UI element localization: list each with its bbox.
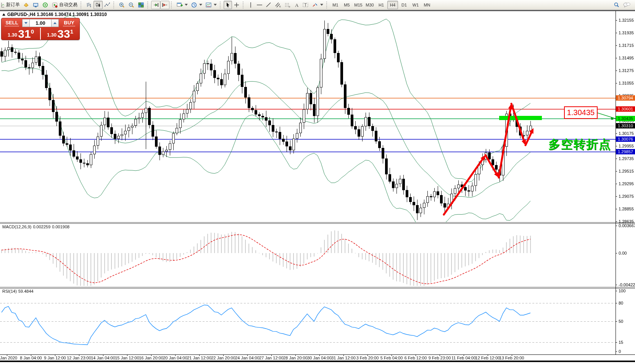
fibonacci-icon: F (284, 2, 291, 8)
chart-title-text: GBPUSD-,H4 1.30146 1.30474 1.30091 1.303… (7, 12, 107, 17)
trendline-icon (266, 2, 272, 8)
chart-shift-button[interactable] (160, 1, 169, 9)
sell-price[interactable]: 1.30310 (2, 28, 41, 40)
timeframe-mn[interactable]: MN (422, 1, 432, 9)
collapse-panel-icon[interactable] (2, 13, 5, 16)
buy-price[interactable]: 1.30331 (41, 28, 79, 40)
market-button[interactable] (21, 1, 31, 9)
new-chart-button[interactable] (175, 1, 189, 9)
level-price-chip: 1.30794 (616, 95, 635, 101)
timeframe-h1[interactable]: H1 (376, 1, 387, 9)
autotrading-icon (52, 2, 58, 8)
volume-increase-button[interactable] (51, 19, 59, 27)
label-tool-button[interactable]: T (301, 1, 310, 9)
periods-button[interactable] (189, 1, 204, 9)
chart-sliver-icon[interactable] (1, 1, 5, 9)
community-icon (42, 2, 48, 8)
chart-title: GBPUSD-,H4 1.30146 1.30474 1.30091 1.303… (2, 12, 107, 17)
arrows-tool-button[interactable] (310, 1, 325, 9)
time-label: 22 Jan 20:00 (211, 356, 235, 360)
zoom-out-button[interactable] (127, 1, 136, 9)
auto-scroll-icon (153, 2, 159, 8)
timeframe-h4[interactable]: H4 (387, 1, 398, 9)
time-label: 6 Feb 12:00 (405, 356, 427, 360)
cursor-tool-button[interactable] (224, 1, 232, 9)
vertical-line-icon (248, 2, 253, 8)
community-button[interactable] (40, 1, 50, 9)
sell-button[interactable]: SELL (2, 18, 22, 28)
crosshair-icon (234, 2, 240, 8)
level-price-chip: 1.30076 (616, 136, 635, 142)
tile-windows-button[interactable] (136, 1, 146, 9)
volume-decrease-button[interactable] (22, 19, 30, 27)
chat-button[interactable] (621, 1, 632, 9)
chart-canvas[interactable] (0, 10, 635, 361)
chinese-annotation[interactable]: 多空转折点 (548, 136, 611, 152)
buy-button[interactable]: BUY (59, 18, 79, 28)
rsi-tick: 50 (619, 319, 623, 324)
price-callout-box[interactable]: 1.30435 (564, 106, 598, 119)
fibonacci-tool-button[interactable]: F (283, 1, 292, 9)
crosshair-tool-button[interactable] (232, 1, 241, 9)
horizontal-line-tool-button[interactable] (255, 1, 264, 9)
chart-shift-icon (162, 2, 168, 8)
last-price-chip: 1.30310 (616, 123, 635, 128)
time-label: 24 Jan 04:00 (235, 356, 259, 360)
time-label: 31 Jan 12:00 (331, 356, 356, 360)
templates-button[interactable] (204, 1, 218, 9)
sell-label: SELL (5, 20, 19, 26)
bar-chart-button[interactable] (84, 1, 93, 9)
candlestick-chart-button[interactable] (93, 1, 103, 9)
volume-field-wrap (30, 19, 51, 27)
time-label: 30 Jan 04:00 (307, 356, 332, 360)
timeframe-w1[interactable]: W1 (410, 1, 421, 9)
price-callout-text: 1.30435 (567, 108, 595, 117)
candlestick-chart-icon (95, 2, 101, 8)
horizontal-line-icon (256, 2, 263, 8)
toolbar-grip (171, 2, 173, 8)
price-tick: 1.29075 (619, 194, 634, 199)
text-tool-button[interactable]: A (292, 1, 301, 9)
search-button[interactable] (612, 1, 621, 9)
zoom-in-button[interactable] (117, 1, 127, 9)
svg-text:E: E (279, 5, 281, 8)
auto-scroll-button[interactable] (151, 1, 160, 9)
price-tick: 1.32155 (619, 18, 634, 22)
toolbar-grip (81, 2, 83, 8)
timeframe-m1[interactable]: M1 (330, 1, 341, 9)
toolbar-grip (113, 2, 116, 8)
sell-price-sup: 0 (31, 28, 34, 35)
templates-caret-icon (214, 4, 217, 6)
time-label: 5 Feb 04:00 (380, 356, 403, 360)
timeframe-m15[interactable]: M15 (353, 1, 364, 9)
time-label: 28 Jan 20:00 (283, 356, 308, 360)
timeframe-m30[interactable]: M30 (364, 1, 375, 9)
time-label: 6 Jan 2020 (0, 356, 17, 360)
vertical-line-tool-button[interactable] (247, 1, 255, 9)
text-label-icon: T (302, 2, 309, 8)
price-tick: 1.29515 (619, 169, 634, 173)
chinese-annotation-text: 多空转折点 (548, 138, 611, 151)
new-order-button[interactable]: 新订单 (5, 1, 21, 9)
price-tick: 1.31055 (619, 81, 634, 85)
signals-button[interactable] (31, 1, 40, 9)
level-price-chip: 1.30435 (616, 116, 635, 121)
time-label: 27 Jan 12:00 (259, 356, 284, 360)
sell-price-big: 31 (18, 29, 31, 39)
zoom-in-icon (119, 2, 125, 8)
search-icon (613, 2, 620, 8)
periods-caret-icon (199, 4, 202, 6)
timeframe-m5[interactable]: M5 (342, 1, 352, 9)
periods-clock-icon (191, 2, 197, 8)
channel-tool-button[interactable]: E (273, 1, 283, 9)
toolbar-grip (243, 2, 245, 8)
time-label: 12 Feb 12:00 (475, 356, 500, 360)
trendline-tool-button[interactable] (264, 1, 273, 9)
autotrading-button[interactable]: 自动交易 (50, 1, 79, 9)
time-label: 16 Jan 20:00 (139, 356, 163, 360)
line-chart-button[interactable] (103, 1, 112, 9)
sell-price-prefix: 1.30 (8, 32, 17, 38)
timeframe-d1[interactable]: D1 (399, 1, 409, 9)
volume-input[interactable] (30, 20, 51, 26)
arrows-caret-icon (320, 4, 323, 6)
